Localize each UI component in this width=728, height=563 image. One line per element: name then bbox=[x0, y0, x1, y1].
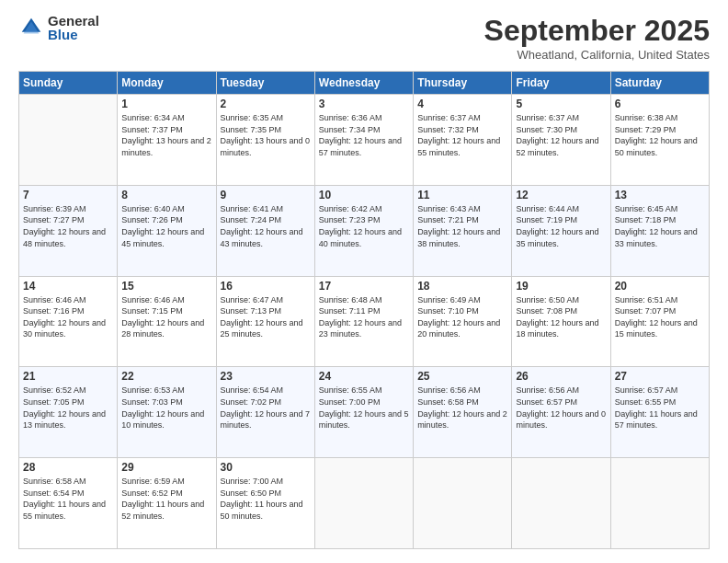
day-number: 29 bbox=[121, 461, 211, 474]
logo-general-text: General bbox=[48, 14, 99, 28]
col-saturday: Saturday bbox=[610, 72, 709, 95]
day-info: Sunrise: 6:47 AMSunset: 7:13 PMDaylight:… bbox=[221, 294, 311, 340]
table-row: 15 Sunrise: 6:46 AMSunset: 7:15 PMDaylig… bbox=[118, 276, 216, 367]
day-number: 25 bbox=[417, 370, 507, 383]
day-info: Sunrise: 6:43 AMSunset: 7:21 PMDaylight:… bbox=[417, 203, 507, 249]
day-number: 18 bbox=[417, 280, 507, 293]
table-row: 17 Sunrise: 6:48 AMSunset: 7:11 PMDaylig… bbox=[314, 276, 413, 367]
table-row bbox=[19, 95, 118, 186]
table-row: 19 Sunrise: 6:50 AMSunset: 7:08 PMDaylig… bbox=[512, 276, 610, 367]
day-number: 21 bbox=[23, 370, 113, 383]
day-number: 23 bbox=[221, 370, 311, 383]
day-number: 19 bbox=[516, 280, 606, 293]
day-number: 6 bbox=[615, 98, 705, 110]
day-number: 8 bbox=[121, 189, 211, 201]
page: General Blue September 2025 Wheatland, C… bbox=[0, 0, 728, 563]
table-row: 4 Sunrise: 6:37 AMSunset: 7:32 PMDayligh… bbox=[414, 95, 512, 186]
day-info: Sunrise: 6:58 AMSunset: 6:54 PMDaylight:… bbox=[23, 476, 113, 522]
day-info: Sunrise: 6:37 AMSunset: 7:30 PMDaylight:… bbox=[516, 112, 606, 158]
col-sunday: Sunday bbox=[19, 72, 118, 95]
day-number: 9 bbox=[221, 189, 311, 201]
day-number: 20 bbox=[615, 280, 705, 293]
day-info: Sunrise: 6:44 AMSunset: 7:19 PMDaylight:… bbox=[516, 203, 606, 249]
day-number: 27 bbox=[615, 370, 705, 383]
header-row: Sunday Monday Tuesday Wednesday Thursday… bbox=[19, 72, 710, 95]
table-row: 20 Sunrise: 6:51 AMSunset: 7:07 PMDaylig… bbox=[610, 276, 709, 367]
calendar-week-row: 14 Sunrise: 6:46 AMSunset: 7:16 PMDaylig… bbox=[19, 276, 710, 367]
day-number: 26 bbox=[516, 370, 606, 383]
day-number: 15 bbox=[121, 280, 211, 293]
day-number: 11 bbox=[417, 189, 507, 201]
table-row: 9 Sunrise: 6:41 AMSunset: 7:24 PMDayligh… bbox=[216, 185, 314, 276]
table-row: 11 Sunrise: 6:43 AMSunset: 7:21 PMDaylig… bbox=[414, 185, 512, 276]
day-number: 17 bbox=[319, 280, 409, 293]
table-row: 26 Sunrise: 6:56 AMSunset: 6:57 PMDaylig… bbox=[512, 367, 610, 458]
calendar-week-row: 7 Sunrise: 6:39 AMSunset: 7:27 PMDayligh… bbox=[19, 185, 710, 276]
month-title: September 2025 bbox=[484, 14, 710, 48]
day-info: Sunrise: 6:40 AMSunset: 7:26 PMDaylight:… bbox=[121, 203, 211, 249]
day-info: Sunrise: 6:56 AMSunset: 6:58 PMDaylight:… bbox=[417, 385, 507, 431]
title-area: September 2025 Wheatland, California, Un… bbox=[484, 14, 710, 62]
table-row bbox=[610, 458, 709, 549]
day-info: Sunrise: 6:35 AMSunset: 7:35 PMDaylight:… bbox=[221, 112, 311, 158]
day-number: 1 bbox=[121, 98, 211, 110]
day-info: Sunrise: 6:36 AMSunset: 7:34 PMDaylight:… bbox=[319, 112, 409, 158]
day-number: 10 bbox=[319, 189, 409, 201]
day-number: 14 bbox=[23, 280, 113, 293]
table-row: 12 Sunrise: 6:44 AMSunset: 7:19 PMDaylig… bbox=[512, 185, 610, 276]
calendar-week-row: 28 Sunrise: 6:58 AMSunset: 6:54 PMDaylig… bbox=[19, 458, 710, 549]
table-row: 3 Sunrise: 6:36 AMSunset: 7:34 PMDayligh… bbox=[314, 95, 413, 186]
table-row: 28 Sunrise: 6:58 AMSunset: 6:54 PMDaylig… bbox=[19, 458, 118, 549]
table-row: 5 Sunrise: 6:37 AMSunset: 7:30 PMDayligh… bbox=[512, 95, 610, 186]
table-row: 7 Sunrise: 6:39 AMSunset: 7:27 PMDayligh… bbox=[19, 185, 118, 276]
day-number: 30 bbox=[221, 461, 311, 474]
day-number: 4 bbox=[417, 98, 507, 110]
logo-blue-text: Blue bbox=[48, 28, 99, 41]
logo-icon bbox=[18, 15, 44, 40]
table-row: 2 Sunrise: 6:35 AMSunset: 7:35 PMDayligh… bbox=[216, 95, 314, 186]
calendar-week-row: 1 Sunrise: 6:34 AMSunset: 7:37 PMDayligh… bbox=[19, 95, 710, 186]
day-number: 7 bbox=[23, 189, 113, 201]
day-info: Sunrise: 6:45 AMSunset: 7:18 PMDaylight:… bbox=[615, 203, 705, 249]
day-info: Sunrise: 6:46 AMSunset: 7:16 PMDaylight:… bbox=[23, 294, 113, 340]
table-row: 23 Sunrise: 6:54 AMSunset: 7:02 PMDaylig… bbox=[216, 367, 314, 458]
day-info: Sunrise: 6:34 AMSunset: 7:37 PMDaylight:… bbox=[121, 112, 211, 158]
day-info: Sunrise: 6:51 AMSunset: 7:07 PMDaylight:… bbox=[615, 294, 705, 340]
day-number: 2 bbox=[221, 98, 311, 110]
day-info: Sunrise: 7:00 AMSunset: 6:50 PMDaylight:… bbox=[221, 476, 311, 522]
day-info: Sunrise: 6:49 AMSunset: 7:10 PMDaylight:… bbox=[417, 294, 507, 340]
header: General Blue September 2025 Wheatland, C… bbox=[18, 14, 710, 62]
table-row: 16 Sunrise: 6:47 AMSunset: 7:13 PMDaylig… bbox=[216, 276, 314, 367]
table-row: 25 Sunrise: 6:56 AMSunset: 6:58 PMDaylig… bbox=[414, 367, 512, 458]
day-info: Sunrise: 6:59 AMSunset: 6:52 PMDaylight:… bbox=[121, 476, 211, 522]
logo: General Blue bbox=[18, 14, 99, 41]
table-row bbox=[414, 458, 512, 549]
table-row bbox=[314, 458, 413, 549]
table-row: 14 Sunrise: 6:46 AMSunset: 7:16 PMDaylig… bbox=[19, 276, 118, 367]
day-info: Sunrise: 6:50 AMSunset: 7:08 PMDaylight:… bbox=[516, 294, 606, 340]
day-number: 16 bbox=[221, 280, 311, 293]
table-row: 10 Sunrise: 6:42 AMSunset: 7:23 PMDaylig… bbox=[314, 185, 413, 276]
table-row: 29 Sunrise: 6:59 AMSunset: 6:52 PMDaylig… bbox=[118, 458, 216, 549]
table-row bbox=[512, 458, 610, 549]
day-info: Sunrise: 6:37 AMSunset: 7:32 PMDaylight:… bbox=[417, 112, 507, 158]
day-info: Sunrise: 6:52 AMSunset: 7:05 PMDaylight:… bbox=[23, 385, 113, 431]
col-tuesday: Tuesday bbox=[216, 72, 314, 95]
day-info: Sunrise: 6:38 AMSunset: 7:29 PMDaylight:… bbox=[615, 112, 705, 158]
day-number: 24 bbox=[319, 370, 409, 383]
day-info: Sunrise: 6:54 AMSunset: 7:02 PMDaylight:… bbox=[221, 385, 311, 431]
day-number: 13 bbox=[615, 189, 705, 201]
day-info: Sunrise: 6:42 AMSunset: 7:23 PMDaylight:… bbox=[319, 203, 409, 249]
table-row: 22 Sunrise: 6:53 AMSunset: 7:03 PMDaylig… bbox=[118, 367, 216, 458]
day-info: Sunrise: 6:41 AMSunset: 7:24 PMDaylight:… bbox=[221, 203, 311, 249]
table-row: 6 Sunrise: 6:38 AMSunset: 7:29 PMDayligh… bbox=[610, 95, 709, 186]
calendar-table: Sunday Monday Tuesday Wednesday Thursday… bbox=[18, 71, 710, 549]
day-info: Sunrise: 6:55 AMSunset: 7:00 PMDaylight:… bbox=[319, 385, 409, 431]
table-row: 24 Sunrise: 6:55 AMSunset: 7:00 PMDaylig… bbox=[314, 367, 413, 458]
table-row: 1 Sunrise: 6:34 AMSunset: 7:37 PMDayligh… bbox=[118, 95, 216, 186]
calendar-week-row: 21 Sunrise: 6:52 AMSunset: 7:05 PMDaylig… bbox=[19, 367, 710, 458]
table-row: 27 Sunrise: 6:57 AMSunset: 6:55 PMDaylig… bbox=[610, 367, 709, 458]
day-number: 22 bbox=[121, 370, 211, 383]
day-info: Sunrise: 6:56 AMSunset: 6:57 PMDaylight:… bbox=[516, 385, 606, 431]
day-info: Sunrise: 6:46 AMSunset: 7:15 PMDaylight:… bbox=[121, 294, 211, 340]
